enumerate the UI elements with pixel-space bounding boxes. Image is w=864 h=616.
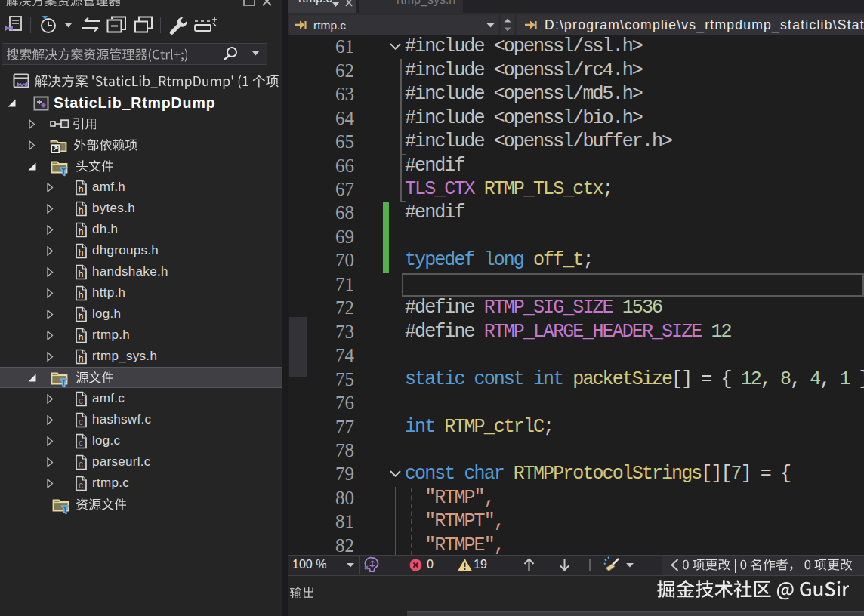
svg-text:c: c <box>79 458 83 469</box>
svg-text:h: h <box>79 353 84 363</box>
svg-text:h: h <box>79 268 84 279</box>
svg-text:h: h <box>79 183 84 194</box>
svg-text:h: h <box>79 247 84 257</box>
svg-text:h: h <box>79 289 84 300</box>
svg-text:h: h <box>79 310 84 321</box>
svg-text:h: h <box>79 205 84 215</box>
svg-text:c: c <box>79 437 83 448</box>
svg-text:h: h <box>79 331 84 342</box>
svg-text:c: c <box>79 416 83 427</box>
svg-text:c: c <box>79 479 83 490</box>
svg-text:h: h <box>79 226 84 236</box>
svg-text:c: c <box>79 395 83 405</box>
